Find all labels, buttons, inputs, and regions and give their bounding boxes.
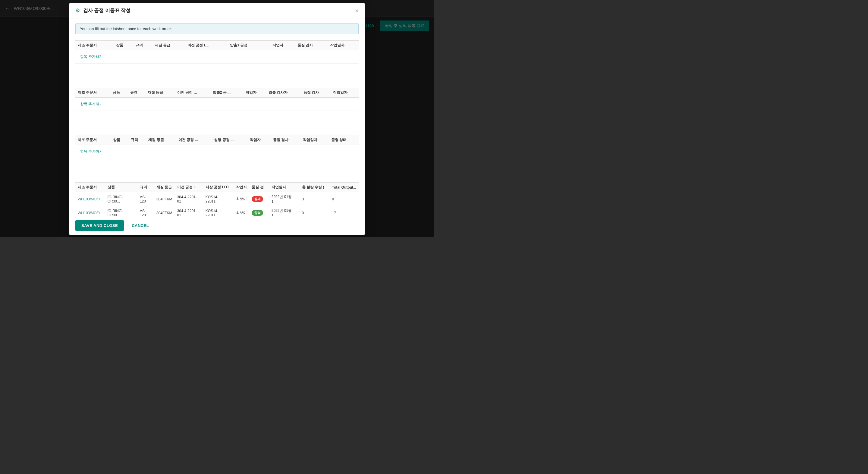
modal-body: You can fill out the lotsheet once for e… (69, 19, 365, 216)
s3-col-product: 상품 (111, 135, 128, 145)
section-1: 제조 주문서 상품 규격 재질 등급 이전 공정 L... 압출1 공정 ...… (75, 40, 359, 82)
section-1-add-row: 항목 추가하기 (75, 50, 359, 64)
row-material: 304FFKM (154, 206, 175, 216)
s4-col-sa-lot: 사상 공정 LOT (203, 183, 234, 192)
s4-col-spec: 규격 (137, 183, 154, 192)
row-prev-lot: 304-4-2201-01 (175, 192, 203, 206)
s4-col-quality: 품질 검... (249, 183, 269, 192)
row-worker: 최보미 (234, 206, 249, 216)
s2-col-inspector: 압출 검사자 (266, 88, 301, 98)
row-defect-qty: 3 (300, 192, 330, 206)
section-3-add-row: 항목 추가하기 (75, 145, 359, 158)
s1-col-press1: 압출1 공정 ... (227, 41, 270, 50)
row-total-output: 17 (330, 206, 359, 216)
s1-col-quality: 품질 검사 (295, 41, 328, 50)
s2-col-worker: 작업자 (243, 88, 266, 98)
section-3-header-row: 제조 주문서 상품 규격 재질 등급 이전 공정 ... 성형 공정 ... 작… (75, 135, 359, 145)
section-3-empty (75, 158, 359, 176)
row-product: [O-RING] OR30... (105, 206, 137, 216)
s3-col-mold: 금형 상태 (329, 135, 359, 145)
section-2: 제조 주문서 상품 규격 재질 등급 이전 공정 ... 압출2 공 ... 작… (75, 88, 359, 129)
table-row: WH103/MO/0... [O-RING] OR30... AS-120 30… (75, 192, 359, 206)
section-1-empty (75, 64, 359, 82)
row-work-date: 2022년 01월 1... (269, 192, 300, 206)
s4-col-defect: 총 불량 수량 (... (300, 183, 330, 192)
s3-col-material: 재질 등급 (146, 135, 176, 145)
section-3: 제조 주문서 상품 규격 재질 등급 이전 공정 ... 성형 공정 ... 작… (75, 135, 359, 176)
section-1-header-row: 제조 주문서 상품 규격 재질 등급 이전 공정 L... 압출1 공정 ...… (75, 41, 359, 50)
s1-col-material: 재질 등급 (153, 41, 185, 50)
s4-col-material: 재질 등급 (154, 183, 175, 192)
s2-col-press2: 압출2 공 ... (210, 88, 244, 98)
s2-col-product: 상품 (110, 88, 128, 98)
cancel-button[interactable]: CANCEL (127, 220, 154, 231)
s4-col-mo: 제조 주문서 (75, 183, 105, 192)
section-2-table: 제조 주문서 상품 규격 재질 등급 이전 공정 ... 압출2 공 ... 작… (75, 88, 359, 111)
s4-col-worker: 작업자 (234, 183, 249, 192)
modal-header-left: ⚙ 검사 공정 이동표 작성 (75, 7, 130, 14)
section-3-add-link[interactable]: 항목 추가하기 (78, 147, 105, 156)
section-1-table: 제조 주문서 상품 규격 재질 등급 이전 공정 L... 압출1 공정 ...… (75, 40, 359, 64)
modal-overlay: ⚙ 검사 공정 이동표 작성 × You can fill out the lo… (0, 0, 434, 237)
info-banner-text: You can fill out the lotsheet once for e… (80, 27, 172, 31)
save-and-close-button[interactable]: SAVE AND CLOSE (75, 220, 124, 231)
s2-col-mo: 제조 주문서 (75, 88, 110, 98)
s3-col-date: 작업일자 (301, 135, 329, 145)
row-worker: 최보미 (234, 192, 249, 206)
modal-footer: SAVE AND CLOSE CANCEL (69, 216, 365, 235)
s3-col-mo: 제조 주문서 (75, 135, 111, 145)
modal-dialog: ⚙ 검사 공정 이동표 작성 × You can fill out the lo… (69, 3, 365, 235)
s3-col-quality: 품질 검사 (271, 135, 301, 145)
modal-title: 검사 공정 이동표 작성 (83, 7, 130, 14)
row-prev-lot: 304-4-2201-01 (175, 206, 203, 216)
row-quality-badge: 실패 (249, 192, 269, 206)
s2-col-material: 재질 등급 (145, 88, 175, 98)
s1-col-prev: 이전 공정 L... (185, 41, 227, 50)
s1-col-worker: 작업자 (270, 41, 296, 50)
s2-col-spec: 규격 (128, 88, 145, 98)
row-sa-lot: KOS14-22011... (203, 206, 234, 216)
info-banner: You can fill out the lotsheet once for e… (75, 23, 359, 34)
row-mo: WH103/MO/0... (75, 192, 105, 206)
modal-close-button[interactable]: × (355, 7, 359, 13)
row-spec: AS-120 (137, 192, 154, 206)
modal-icon: ⚙ (75, 7, 80, 14)
s4-col-product: 상품 (105, 183, 137, 192)
s2-col-prev: 이전 공정 ... (175, 88, 210, 98)
row-product: [O-RING] OR30... (105, 192, 137, 206)
row-quality-badge: 합격 (249, 206, 269, 216)
s1-col-mo: 제조 주문서 (75, 41, 114, 50)
table-row: WH103/MO/0... [O-RING] OR30... AS-120 30… (75, 206, 359, 216)
row-spec: AS-120 (137, 206, 154, 216)
s3-col-worker: 작업자 (247, 135, 271, 145)
section-4-table: 제조 주문서 상품 규격 재질 등급 이전 공정 L... 사상 공정 LOT … (75, 182, 359, 216)
section-2-add-row: 항목 추가하기 (75, 98, 359, 111)
s3-col-prev: 이전 공정 ... (176, 135, 212, 145)
section-2-empty (75, 111, 359, 129)
s2-col-quality: 품질 검사 (301, 88, 331, 98)
row-total-output: 0 (330, 192, 359, 206)
section-3-table: 제조 주문서 상품 규격 재질 등급 이전 공정 ... 성형 공정 ... 작… (75, 135, 359, 158)
s4-col-output: Total Output... (330, 183, 359, 192)
section-2-header-row: 제조 주문서 상품 규격 재질 등급 이전 공정 ... 압출2 공 ... 작… (75, 88, 359, 98)
section-2-add-link[interactable]: 항목 추가하기 (78, 100, 105, 108)
row-work-date: 2022년 01월 1... (269, 206, 300, 216)
section-4: 제조 주문서 상품 규격 재질 등급 이전 공정 L... 사상 공정 LOT … (75, 182, 359, 216)
s4-col-prev: 이전 공정 L... (175, 183, 203, 192)
s3-col-spec: 규격 (128, 135, 146, 145)
modal-header: ⚙ 검사 공정 이동표 작성 × (69, 3, 365, 19)
row-material: 304FFKM (154, 192, 175, 206)
row-sa-lot: KOS14-22011... (203, 192, 234, 206)
s1-col-product: 상품 (114, 41, 133, 50)
row-defect-qty: 0 (300, 206, 330, 216)
s2-col-date: 작업일자 (331, 88, 359, 98)
section-4-header-row: 제조 주문서 상품 규격 재질 등급 이전 공정 L... 사상 공정 LOT … (75, 183, 359, 192)
row-mo: WH103/MO/0... (75, 206, 105, 216)
section-1-add-link[interactable]: 항목 추가하기 (78, 53, 105, 61)
s1-col-spec: 규격 (133, 41, 153, 50)
s4-col-date: 작업일자 (269, 183, 300, 192)
s1-col-date: 작업일자 (328, 41, 359, 50)
s3-col-molding: 성형 공정 ... (212, 135, 247, 145)
